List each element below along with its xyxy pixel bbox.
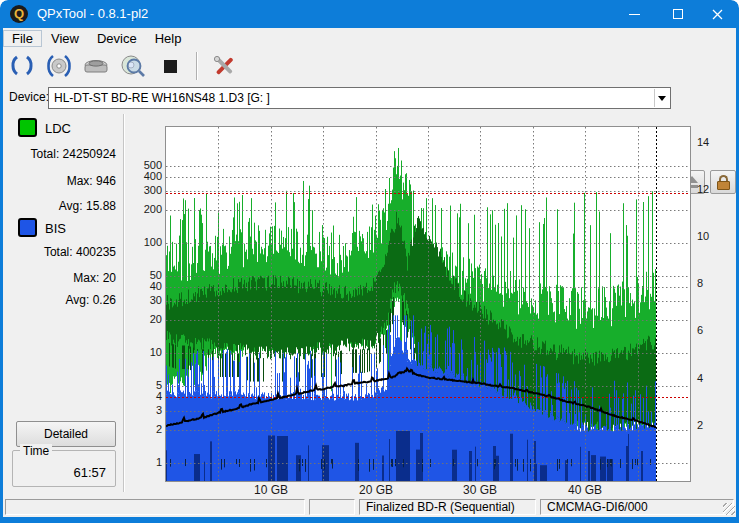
axis-tick-label: 4: [697, 372, 703, 384]
ldc-total: Total: 24250924: [14, 147, 116, 161]
bis-max: Max: 20: [14, 271, 116, 285]
time-value: 61:57: [14, 465, 106, 480]
quality-graph-canvas: [166, 127, 690, 481]
status-media-id: CMCMAG-DI6/000: [540, 499, 734, 515]
ldc-label: LDC: [45, 121, 71, 136]
axis-tick-label: 10: [128, 346, 162, 358]
bis-label: BIS: [45, 221, 66, 236]
refresh-icon: [9, 53, 35, 79]
axis-tick-label: 40 GB: [559, 483, 611, 497]
menu-bar: File View Device Help: [3, 28, 736, 48]
menu-file[interactable]: File: [3, 30, 42, 47]
axis-tick-label: 30 GB: [454, 483, 506, 497]
menu-help[interactable]: Help: [146, 30, 191, 47]
toolbar: [3, 48, 736, 84]
settings-icon: [211, 53, 237, 79]
axis-tick-label: 20 GB: [350, 483, 402, 497]
axis-tick-label: 4: [128, 390, 162, 402]
axis-tick-label: 200: [128, 203, 162, 215]
scan-disc-button[interactable]: [118, 51, 148, 81]
settings-button[interactable]: [209, 51, 239, 81]
axis-tick-label: 14: [697, 136, 709, 148]
maximize-button[interactable]: [656, 0, 700, 28]
minimize-icon: [629, 14, 640, 15]
device-bar: Device: HL-DT-ST BD-RE WH16NS48 1.D3 [G:…: [3, 84, 736, 112]
axis-tick-label: 30: [128, 294, 162, 306]
menu-device[interactable]: Device: [88, 30, 146, 47]
ldc-color-swatch[interactable]: [18, 118, 37, 137]
window-border-bottom: [0, 517, 739, 523]
drive-info-button[interactable]: [81, 51, 111, 81]
title-bar[interactable]: Q QPxTool - 0.8.1-pl2: [0, 0, 739, 28]
axis-tick-label: 400: [128, 170, 162, 182]
axis-tick-label: 20: [128, 313, 162, 325]
axis-tick-label: 50: [128, 269, 162, 281]
status-panel-2: [309, 499, 355, 515]
lock-button[interactable]: [710, 170, 736, 194]
axis-tick-label: 100: [128, 236, 162, 248]
chevron-down-icon: [658, 96, 666, 101]
refresh-devices-button[interactable]: [7, 51, 37, 81]
device-label: Device:: [9, 90, 49, 104]
axis-tick-label: 3: [128, 404, 162, 416]
bis-total: Total: 400235: [14, 245, 116, 259]
axis-tick-label: 12: [697, 183, 709, 195]
close-button[interactable]: [695, 0, 739, 28]
rescan-media-icon: [46, 53, 72, 79]
toolbar-separator: [196, 52, 198, 80]
app-icon: Q: [10, 5, 28, 23]
time-label: Time: [20, 444, 52, 458]
axis-tick-label: 1: [128, 456, 162, 468]
axis-tick-label: 2: [128, 423, 162, 435]
minimize-button[interactable]: [612, 0, 656, 28]
close-icon: [712, 9, 723, 20]
status-disc-type: Finalized BD-R (Sequential): [359, 499, 536, 515]
bis-avg: Avg: 0.26: [14, 293, 116, 307]
window-title: QPxTool - 0.8.1-pl2: [37, 0, 148, 28]
axis-tick-label: 8: [697, 277, 703, 289]
qpxtool-window: Q QPxTool - 0.8.1-pl2 File View Device H…: [0, 0, 739, 523]
menu-view[interactable]: View: [42, 30, 88, 47]
axis-tick-label: 10 GB: [245, 483, 297, 497]
stop-icon: [164, 60, 177, 73]
device-combobox-value: HL-DT-ST BD-RE WH16NS48 1.D3 [G: ]: [54, 91, 270, 105]
stop-button[interactable]: [155, 51, 185, 81]
status-panel-1: [5, 499, 305, 515]
axis-tick-label: 40: [128, 280, 162, 292]
axis-tick-label: 300: [128, 184, 162, 196]
bis-color-swatch[interactable]: [18, 218, 37, 237]
device-combobox[interactable]: HL-DT-ST BD-RE WH16NS48 1.D3 [G: ]: [48, 87, 671, 109]
axis-tick-label: 5: [128, 379, 162, 391]
axis-tick-label: 500: [128, 159, 162, 171]
device-combobox-arrow[interactable]: [654, 89, 669, 107]
axis-tick-label: 10: [697, 230, 709, 242]
resize-grip[interactable]: [723, 503, 735, 515]
window-border-left: [0, 28, 3, 523]
axis-tick-label: 6: [697, 324, 703, 336]
ldc-avg: Avg: 15.88: [14, 199, 116, 213]
splitter-handle[interactable]: [123, 114, 125, 492]
maximize-icon: [673, 9, 683, 19]
scan-disc-icon: [119, 53, 147, 79]
drive-icon: [82, 53, 110, 79]
rescan-media-button[interactable]: [44, 51, 74, 81]
lock-icon: [717, 175, 730, 190]
plot-frame: [165, 126, 691, 482]
axis-tick-label: 2: [697, 419, 703, 431]
ldc-max: Max: 946: [14, 174, 116, 188]
